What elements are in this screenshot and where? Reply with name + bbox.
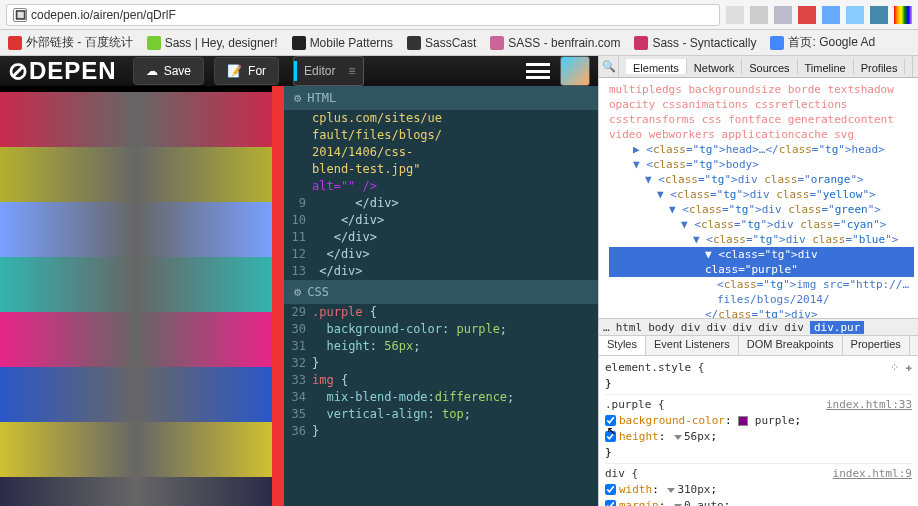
bookmark-item[interactable]: Mobile Patterns <box>292 36 393 50</box>
subtab-styles[interactable]: Styles <box>599 336 646 355</box>
breadcrumb-item[interactable]: div <box>758 321 778 334</box>
code-line[interactable]: 36} <box>284 423 598 440</box>
cursor-icon: ↖ <box>607 422 617 438</box>
browser-toolbar: 🔲 codepen.io/airen/pen/qDrlF <box>0 0 918 30</box>
dom-node[interactable]: ▼ <class="tg">div class="green"> <box>609 202 914 217</box>
dom-node[interactable]: ▶ <class="tg">head>…</class="tg">head> <box>609 142 914 157</box>
address-bar[interactable]: 🔲 codepen.io/airen/pen/qDrlF <box>6 4 720 26</box>
source-link[interactable]: index.html:9 <box>833 466 912 482</box>
favicon <box>292 36 306 50</box>
bookmark-item[interactable]: SassCast <box>407 36 476 50</box>
breadcrumb-item[interactable]: … <box>603 321 610 334</box>
bookmark-label: Mobile Patterns <box>310 36 393 50</box>
grid-icon[interactable] <box>870 6 888 24</box>
save-button[interactable]: ☁Save <box>133 57 204 85</box>
mail-icon[interactable] <box>798 6 816 24</box>
star-icon[interactable] <box>726 6 744 24</box>
style-property[interactable]: margin: 0 auto; <box>605 498 912 506</box>
toggle-state-icon[interactable]: ⁘ <box>890 360 899 376</box>
code-line[interactable]: 12 </div> <box>284 246 598 263</box>
user-icon[interactable] <box>774 6 792 24</box>
property-checkbox[interactable] <box>605 500 616 506</box>
dom-node[interactable]: ▼ <class="tg">div class="cyan"> <box>609 217 914 232</box>
bookmark-item[interactable]: 首页: Google Ad <box>770 34 875 51</box>
breadcrumb-item[interactable]: div.pur <box>810 321 864 334</box>
breadcrumb-item[interactable]: div <box>784 321 804 334</box>
bookmark-item[interactable]: SASS - benfrain.com <box>490 36 620 50</box>
code-line[interactable]: 32} <box>284 355 598 372</box>
style-property[interactable]: width: 310px; <box>605 482 912 498</box>
view-dropdown[interactable]: Editor <box>293 56 364 86</box>
style-rule[interactable]: div {index.html:9width: 310px;margin: 0 … <box>605 464 912 506</box>
fork-button[interactable]: 📝For <box>214 57 279 85</box>
bookmark-item[interactable]: Sass | Hey, designer! <box>147 36 278 50</box>
code-line[interactable]: alt="" /> <box>284 178 598 195</box>
dom-node[interactable]: <class="tg">img src="http://…files/blogs… <box>609 277 914 307</box>
expand-icon[interactable] <box>674 435 682 440</box>
subtab-dom-breakpoints[interactable]: DOM Breakpoints <box>739 336 843 355</box>
devtools-tab-timeline[interactable]: Timeline <box>798 59 854 74</box>
code-line[interactable]: 11 </div> <box>284 229 598 246</box>
code-line[interactable]: 13 </div> <box>284 263 598 280</box>
dom-tree[interactable]: multipledgs backgroundsize borde textsha… <box>599 78 918 318</box>
color-swatch[interactable] <box>738 416 748 426</box>
dom-node[interactable]: ▼ <class="tg">div class="orange"> <box>609 172 914 187</box>
breadcrumb-item[interactable]: div <box>707 321 727 334</box>
devtools-tab-profiles[interactable]: Profiles <box>854 59 906 74</box>
breadcrumb-item[interactable]: html <box>616 321 643 334</box>
css-header-label: CSS <box>307 285 329 299</box>
styles-subtabs: StylesEvent ListenersDOM BreakpointsProp… <box>599 336 918 356</box>
expand-icon[interactable] <box>667 488 675 493</box>
dom-node[interactable]: ▼ <class="tg">body> <box>609 157 914 172</box>
code-line[interactable]: 10 </div> <box>284 212 598 229</box>
dom-node[interactable]: ▼ <class="tg">div class="yellow"> <box>609 187 914 202</box>
dom-node[interactable]: ▼ <class="tg">div class="purple" <box>609 247 914 277</box>
breadcrumb-item[interactable]: div <box>681 321 701 334</box>
new-rule-icon[interactable]: ✚ <box>905 360 912 376</box>
bookmark-item[interactable]: Sass - Syntactically <box>634 36 756 50</box>
avatar[interactable] <box>560 56 590 86</box>
css-code-area[interactable]: 29.purple {30 background-color: purple;3… <box>284 304 598 440</box>
bookmark-label: Sass - Syntactically <box>652 36 756 50</box>
chat-icon[interactable] <box>846 6 864 24</box>
breadcrumb-item[interactable]: div <box>732 321 752 334</box>
style-rule[interactable]: .purple {index.html:33background-color: … <box>605 395 912 464</box>
preview-stripe <box>0 257 272 312</box>
history-icon[interactable] <box>750 6 768 24</box>
search-icon[interactable]: 🔍 <box>599 56 619 77</box>
code-line[interactable]: fault/files/blogs/ <box>284 127 598 144</box>
styles-pane[interactable]: element.style {✚⁘}.purple {index.html:33… <box>599 356 918 506</box>
code-line[interactable]: 30 background-color: purple; <box>284 321 598 338</box>
dom-node[interactable]: </class="tg">div> <box>609 307 914 318</box>
style-rule[interactable]: element.style {✚⁘} <box>605 358 912 395</box>
code-line[interactable]: cplus.com/sites/ue <box>284 110 598 127</box>
code-line[interactable]: 2014/1406/css- <box>284 144 598 161</box>
style-property[interactable]: background-color: purple; <box>605 413 912 429</box>
code-line[interactable]: 33img { <box>284 372 598 389</box>
css-section-header[interactable]: ⚙CSS <box>284 280 598 304</box>
preview-stripe <box>0 92 272 147</box>
source-link[interactable]: index.html:33 <box>826 397 912 413</box>
code-line[interactable]: 31 height: 56px; <box>284 338 598 355</box>
ext-icon[interactable] <box>822 6 840 24</box>
devtools-tab-network[interactable]: Network <box>687 59 742 74</box>
rainbow-icon[interactable] <box>894 6 912 24</box>
dom-node[interactable]: ▼ <class="tg">div class="blue"> <box>609 232 914 247</box>
code-line[interactable]: blend-test.jpg" <box>284 161 598 178</box>
style-property[interactable]: height: 56px; <box>605 429 912 445</box>
code-line[interactable]: 9 </div> <box>284 195 598 212</box>
menu-icon[interactable] <box>526 63 550 79</box>
property-checkbox[interactable] <box>605 484 616 495</box>
subtab-event-listeners[interactable]: Event Listeners <box>646 336 739 355</box>
code-line[interactable]: 29.purple { <box>284 304 598 321</box>
breadcrumb-item[interactable]: body <box>648 321 675 334</box>
devtools-tab-sources[interactable]: Sources <box>742 59 797 74</box>
editor-pane: ⚙HTML cplus.com/sites/uefault/files/blog… <box>272 86 598 506</box>
subtab-properties[interactable]: Properties <box>843 336 910 355</box>
devtools-tab-elements[interactable]: Elements <box>626 59 687 74</box>
html-section-header[interactable]: ⚙HTML <box>284 86 598 110</box>
code-line[interactable]: 35 vertical-align: top; <box>284 406 598 423</box>
html-code-area[interactable]: cplus.com/sites/uefault/files/blogs/2014… <box>284 110 598 280</box>
bookmark-item[interactable]: 外部链接 - 百度统计 <box>8 34 133 51</box>
code-line[interactable]: 34 mix-blend-mode:difference; <box>284 389 598 406</box>
